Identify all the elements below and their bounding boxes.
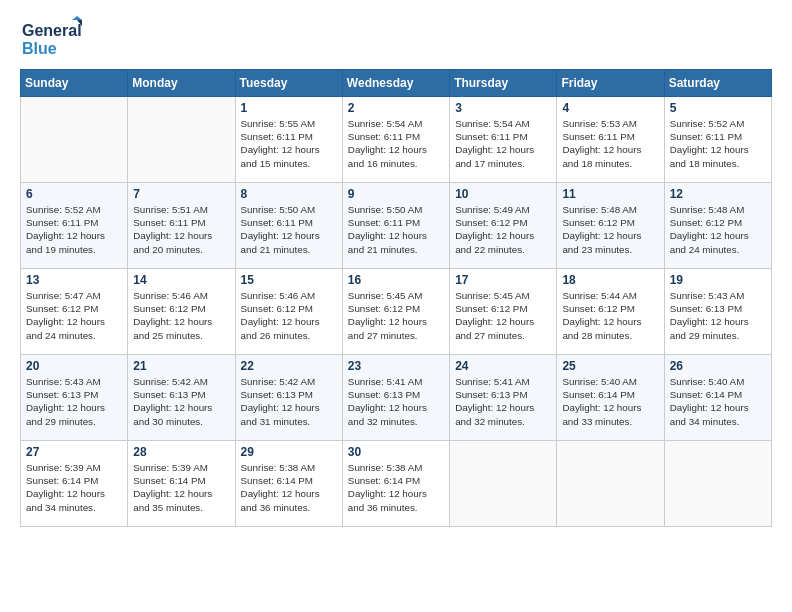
calendar-cell — [21, 97, 128, 183]
calendar-cell: 13Sunrise: 5:47 AM Sunset: 6:12 PM Dayli… — [21, 269, 128, 355]
day-info: Sunrise: 5:39 AM Sunset: 6:14 PM Dayligh… — [133, 461, 229, 514]
day-info: Sunrise: 5:54 AM Sunset: 6:11 PM Dayligh… — [348, 117, 444, 170]
calendar-cell — [557, 441, 664, 527]
day-number: 2 — [348, 101, 444, 115]
calendar-cell: 5Sunrise: 5:52 AM Sunset: 6:11 PM Daylig… — [664, 97, 771, 183]
day-number: 18 — [562, 273, 658, 287]
day-info: Sunrise: 5:46 AM Sunset: 6:12 PM Dayligh… — [133, 289, 229, 342]
day-number: 21 — [133, 359, 229, 373]
day-info: Sunrise: 5:42 AM Sunset: 6:13 PM Dayligh… — [133, 375, 229, 428]
day-number: 24 — [455, 359, 551, 373]
day-number: 27 — [26, 445, 122, 459]
svg-text:General: General — [22, 22, 82, 39]
day-info: Sunrise: 5:51 AM Sunset: 6:11 PM Dayligh… — [133, 203, 229, 256]
day-info: Sunrise: 5:41 AM Sunset: 6:13 PM Dayligh… — [348, 375, 444, 428]
day-number: 1 — [241, 101, 337, 115]
day-number: 14 — [133, 273, 229, 287]
day-number: 28 — [133, 445, 229, 459]
calendar-cell: 23Sunrise: 5:41 AM Sunset: 6:13 PM Dayli… — [342, 355, 449, 441]
calendar-cell: 16Sunrise: 5:45 AM Sunset: 6:12 PM Dayli… — [342, 269, 449, 355]
day-number: 6 — [26, 187, 122, 201]
day-number: 5 — [670, 101, 766, 115]
calendar-cell: 12Sunrise: 5:48 AM Sunset: 6:12 PM Dayli… — [664, 183, 771, 269]
calendar-cell: 3Sunrise: 5:54 AM Sunset: 6:11 PM Daylig… — [450, 97, 557, 183]
calendar-cell: 24Sunrise: 5:41 AM Sunset: 6:13 PM Dayli… — [450, 355, 557, 441]
day-info: Sunrise: 5:43 AM Sunset: 6:13 PM Dayligh… — [26, 375, 122, 428]
calendar-cell: 7Sunrise: 5:51 AM Sunset: 6:11 PM Daylig… — [128, 183, 235, 269]
day-info: Sunrise: 5:55 AM Sunset: 6:11 PM Dayligh… — [241, 117, 337, 170]
day-info: Sunrise: 5:48 AM Sunset: 6:12 PM Dayligh… — [562, 203, 658, 256]
calendar-cell — [664, 441, 771, 527]
header: GeneralBlue — [20, 16, 772, 61]
calendar-cell: 22Sunrise: 5:42 AM Sunset: 6:13 PM Dayli… — [235, 355, 342, 441]
day-info: Sunrise: 5:46 AM Sunset: 6:12 PM Dayligh… — [241, 289, 337, 342]
calendar-cell: 25Sunrise: 5:40 AM Sunset: 6:14 PM Dayli… — [557, 355, 664, 441]
day-number: 3 — [455, 101, 551, 115]
svg-text:Blue: Blue — [22, 40, 57, 57]
day-info: Sunrise: 5:47 AM Sunset: 6:12 PM Dayligh… — [26, 289, 122, 342]
day-info: Sunrise: 5:43 AM Sunset: 6:13 PM Dayligh… — [670, 289, 766, 342]
calendar-cell: 6Sunrise: 5:52 AM Sunset: 6:11 PM Daylig… — [21, 183, 128, 269]
calendar-cell: 19Sunrise: 5:43 AM Sunset: 6:13 PM Dayli… — [664, 269, 771, 355]
logo: GeneralBlue — [20, 16, 90, 61]
calendar-cell: 1Sunrise: 5:55 AM Sunset: 6:11 PM Daylig… — [235, 97, 342, 183]
calendar-cell: 9Sunrise: 5:50 AM Sunset: 6:11 PM Daylig… — [342, 183, 449, 269]
day-number: 9 — [348, 187, 444, 201]
calendar-cell: 26Sunrise: 5:40 AM Sunset: 6:14 PM Dayli… — [664, 355, 771, 441]
calendar-week-row: 27Sunrise: 5:39 AM Sunset: 6:14 PM Dayli… — [21, 441, 772, 527]
day-info: Sunrise: 5:53 AM Sunset: 6:11 PM Dayligh… — [562, 117, 658, 170]
weekday-header-wednesday: Wednesday — [342, 70, 449, 97]
logo-svg: GeneralBlue — [20, 16, 90, 61]
day-number: 8 — [241, 187, 337, 201]
weekday-header-tuesday: Tuesday — [235, 70, 342, 97]
weekday-header-friday: Friday — [557, 70, 664, 97]
calendar-cell: 21Sunrise: 5:42 AM Sunset: 6:13 PM Dayli… — [128, 355, 235, 441]
day-info: Sunrise: 5:45 AM Sunset: 6:12 PM Dayligh… — [455, 289, 551, 342]
day-info: Sunrise: 5:50 AM Sunset: 6:11 PM Dayligh… — [348, 203, 444, 256]
weekday-header-thursday: Thursday — [450, 70, 557, 97]
calendar-cell: 17Sunrise: 5:45 AM Sunset: 6:12 PM Dayli… — [450, 269, 557, 355]
calendar-cell: 2Sunrise: 5:54 AM Sunset: 6:11 PM Daylig… — [342, 97, 449, 183]
calendar-cell: 15Sunrise: 5:46 AM Sunset: 6:12 PM Dayli… — [235, 269, 342, 355]
day-number: 16 — [348, 273, 444, 287]
day-number: 12 — [670, 187, 766, 201]
day-number: 15 — [241, 273, 337, 287]
day-info: Sunrise: 5:49 AM Sunset: 6:12 PM Dayligh… — [455, 203, 551, 256]
calendar-cell: 14Sunrise: 5:46 AM Sunset: 6:12 PM Dayli… — [128, 269, 235, 355]
calendar-week-row: 6Sunrise: 5:52 AM Sunset: 6:11 PM Daylig… — [21, 183, 772, 269]
day-number: 4 — [562, 101, 658, 115]
calendar-week-row: 20Sunrise: 5:43 AM Sunset: 6:13 PM Dayli… — [21, 355, 772, 441]
day-number: 10 — [455, 187, 551, 201]
day-number: 22 — [241, 359, 337, 373]
day-info: Sunrise: 5:45 AM Sunset: 6:12 PM Dayligh… — [348, 289, 444, 342]
day-number: 19 — [670, 273, 766, 287]
calendar-cell — [128, 97, 235, 183]
day-info: Sunrise: 5:38 AM Sunset: 6:14 PM Dayligh… — [241, 461, 337, 514]
day-number: 30 — [348, 445, 444, 459]
calendar-week-row: 1Sunrise: 5:55 AM Sunset: 6:11 PM Daylig… — [21, 97, 772, 183]
calendar-week-row: 13Sunrise: 5:47 AM Sunset: 6:12 PM Dayli… — [21, 269, 772, 355]
day-info: Sunrise: 5:40 AM Sunset: 6:14 PM Dayligh… — [670, 375, 766, 428]
calendar-cell: 28Sunrise: 5:39 AM Sunset: 6:14 PM Dayli… — [128, 441, 235, 527]
day-number: 29 — [241, 445, 337, 459]
calendar-cell: 8Sunrise: 5:50 AM Sunset: 6:11 PM Daylig… — [235, 183, 342, 269]
calendar-cell: 30Sunrise: 5:38 AM Sunset: 6:14 PM Dayli… — [342, 441, 449, 527]
day-info: Sunrise: 5:52 AM Sunset: 6:11 PM Dayligh… — [26, 203, 122, 256]
day-info: Sunrise: 5:42 AM Sunset: 6:13 PM Dayligh… — [241, 375, 337, 428]
calendar-cell: 10Sunrise: 5:49 AM Sunset: 6:12 PM Dayli… — [450, 183, 557, 269]
day-info: Sunrise: 5:54 AM Sunset: 6:11 PM Dayligh… — [455, 117, 551, 170]
day-number: 13 — [26, 273, 122, 287]
calendar-cell: 29Sunrise: 5:38 AM Sunset: 6:14 PM Dayli… — [235, 441, 342, 527]
day-number: 26 — [670, 359, 766, 373]
weekday-header-saturday: Saturday — [664, 70, 771, 97]
day-info: Sunrise: 5:44 AM Sunset: 6:12 PM Dayligh… — [562, 289, 658, 342]
calendar-header-row: SundayMondayTuesdayWednesdayThursdayFrid… — [21, 70, 772, 97]
day-number: 7 — [133, 187, 229, 201]
weekday-header-monday: Monday — [128, 70, 235, 97]
day-info: Sunrise: 5:52 AM Sunset: 6:11 PM Dayligh… — [670, 117, 766, 170]
day-number: 20 — [26, 359, 122, 373]
calendar-page: GeneralBlue SundayMondayTuesdayWednesday… — [0, 0, 792, 612]
day-number: 17 — [455, 273, 551, 287]
day-number: 25 — [562, 359, 658, 373]
day-number: 23 — [348, 359, 444, 373]
